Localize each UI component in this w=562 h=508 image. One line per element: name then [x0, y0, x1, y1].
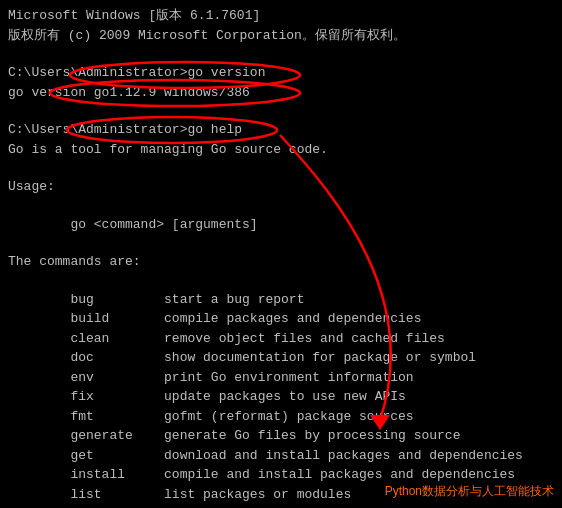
terminal-line-19: doc show documentation for package or sy… [8, 348, 554, 368]
terminal-line-15 [8, 272, 554, 290]
terminal-line-1: Microsoft Windows [版本 6.1.7601] [8, 6, 554, 26]
terminal-line-25: install compile and install packages and… [8, 465, 554, 485]
terminal-line-8: Go is a tool for managing Go source code… [8, 140, 554, 160]
terminal-line-21: fix update packages to use new APIs [8, 387, 554, 407]
terminal-line-23: generate generate Go files by processing… [8, 426, 554, 446]
terminal-line-5: go version go1.12.9 windows/386 [8, 83, 554, 103]
terminal-line-3 [8, 45, 554, 63]
terminal-line-13 [8, 234, 554, 252]
terminal-line-4: C:\Users\Administrator>go version [8, 63, 554, 83]
terminal-line-17: build compile packages and dependencies [8, 309, 554, 329]
terminal-line-20: env print Go environment information [8, 368, 554, 388]
terminal-line-9 [8, 159, 554, 177]
terminal-line-27: mod module maintenanc… [8, 504, 554, 508]
watermark: Python数据分析与人工智能技术 [385, 483, 554, 500]
terminal-line-12: go <command> [arguments] [8, 215, 554, 235]
terminal-line-22: fmt gofmt (reformat) package sources [8, 407, 554, 427]
terminal-line-18: clean remove object files and cached fil… [8, 329, 554, 349]
terminal-line-16: bug start a bug report [8, 290, 554, 310]
terminal-line-7: C:\Users\Administrator>go help [8, 120, 554, 140]
terminal-line-24: get download and install packages and de… [8, 446, 554, 466]
terminal-line-6 [8, 102, 554, 120]
terminal-window: Microsoft Windows [版本 6.1.7601] 版权所有 (c)… [0, 0, 562, 508]
terminal-line-11 [8, 197, 554, 215]
terminal-line-14: The commands are: [8, 252, 554, 272]
terminal-line-10: Usage: [8, 177, 554, 197]
terminal-line-2: 版权所有 (c) 2009 Microsoft Corporation。保留所有… [8, 26, 554, 46]
